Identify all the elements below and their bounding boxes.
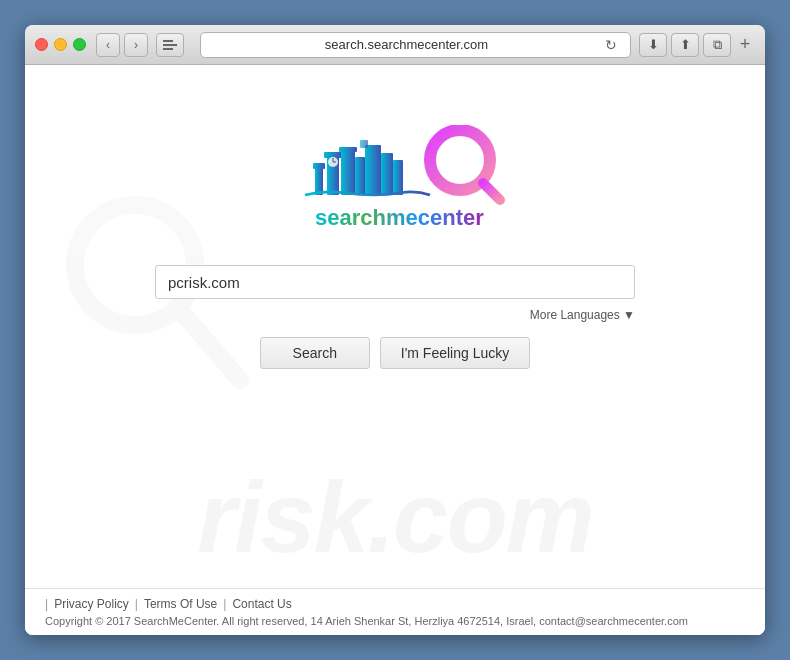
download-button[interactable]: ⬇ <box>639 33 667 57</box>
privacy-policy-link[interactable]: Privacy Policy <box>54 597 129 611</box>
add-tab-button[interactable]: + <box>735 35 755 55</box>
footer-copyright: Copyright © 2017 SearchMeCenter. All rig… <box>45 615 745 627</box>
page-content: risk.com <box>25 65 765 635</box>
sidebar-icon <box>163 40 177 50</box>
footer-separator-start: | <box>45 597 48 611</box>
toolbar-right: ⬇ ⬆ ⧉ <box>639 33 731 57</box>
svg-line-18 <box>483 183 500 200</box>
svg-rect-2 <box>315 167 323 195</box>
lucky-button[interactable]: I'm Feeling Lucky <box>380 337 531 369</box>
maximize-button[interactable] <box>73 38 86 51</box>
url-text: search.searchmecenter.com <box>211 37 602 52</box>
search-input[interactable] <box>155 265 635 299</box>
sidebar-button[interactable] <box>156 33 184 57</box>
svg-rect-14 <box>393 160 403 195</box>
footer-separator-2: | <box>223 597 226 611</box>
close-button[interactable] <box>35 38 48 51</box>
search-bar-wrapper <box>155 265 635 299</box>
svg-rect-13 <box>381 153 393 195</box>
contact-us-link[interactable]: Contact Us <box>232 597 291 611</box>
svg-rect-11 <box>355 157 365 195</box>
forward-button[interactable]: › <box>124 33 148 57</box>
svg-rect-16 <box>360 140 368 148</box>
terms-of-use-link[interactable]: Terms Of Use <box>144 597 217 611</box>
search-buttons: Search I'm Feeling Lucky <box>260 337 531 369</box>
reload-button[interactable]: ↻ <box>602 36 620 54</box>
back-button[interactable]: ‹ <box>96 33 120 57</box>
svg-rect-12 <box>365 145 381 195</box>
svg-rect-10 <box>339 147 357 152</box>
svg-rect-9 <box>341 150 355 195</box>
nav-buttons: ‹ › <box>96 33 148 57</box>
page-footer: | Privacy Policy | Terms Of Use | Contac… <box>25 588 765 635</box>
traffic-lights <box>35 38 86 51</box>
footer-separator-1: | <box>135 597 138 611</box>
title-bar: ‹ › search.searchmecenter.com ↻ ⬇ ⬆ ⧉ + <box>25 25 765 65</box>
search-page: searchmecenter More Languages ▼ Search I… <box>25 65 765 588</box>
share-button[interactable]: ⬆ <box>671 33 699 57</box>
logo-area: searchmecenter <box>235 125 555 245</box>
more-languages-link[interactable]: More Languages ▼ <box>530 308 635 322</box>
svg-text:searchmecenter: searchmecenter <box>315 205 484 230</box>
search-button[interactable]: Search <box>260 337 370 369</box>
new-tab-button[interactable]: ⧉ <box>703 33 731 57</box>
minimize-button[interactable] <box>54 38 67 51</box>
footer-links: | Privacy Policy | Terms Of Use | Contac… <box>45 597 745 611</box>
browser-window: ‹ › search.searchmecenter.com ↻ ⬇ ⬆ ⧉ + <box>25 25 765 635</box>
svg-rect-3 <box>313 163 325 169</box>
address-bar[interactable]: search.searchmecenter.com ↻ <box>200 32 631 58</box>
